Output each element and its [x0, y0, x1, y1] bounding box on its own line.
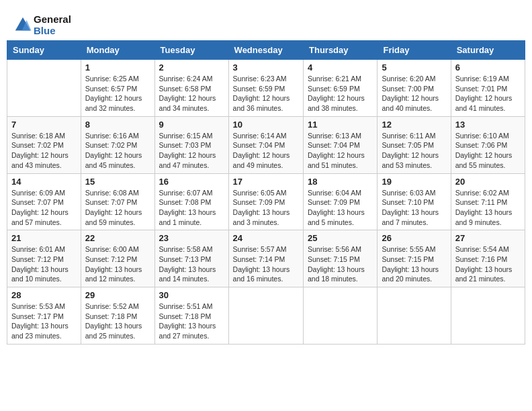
day-info: Sunrise: 6:24 AM Sunset: 6:58 PM Dayligh… [159, 74, 224, 113]
day-info: Sunrise: 6:04 AM Sunset: 7:09 PM Dayligh… [308, 188, 373, 228]
calendar-cell [378, 287, 451, 345]
day-number: 17 [233, 177, 299, 187]
calendar-week-row: 14Sunrise: 6:09 AM Sunset: 7:07 PM Dayli… [7, 173, 525, 230]
day-info: Sunrise: 6:01 AM Sunset: 7:12 PM Dayligh… [11, 244, 77, 284]
calendar-cell: 14Sunrise: 6:09 AM Sunset: 7:07 PM Dayli… [7, 173, 81, 230]
day-info: Sunrise: 6:23 AM Sunset: 6:59 PM Dayligh… [233, 74, 299, 113]
day-info: Sunrise: 6:21 AM Sunset: 6:59 PM Dayligh… [308, 74, 373, 113]
day-number: 4 [308, 62, 373, 73]
day-info: Sunrise: 6:11 AM Sunset: 7:05 PM Dayligh… [382, 131, 446, 171]
calendar-cell: 12Sunrise: 6:11 AM Sunset: 7:05 PM Dayli… [378, 116, 451, 173]
calendar-cell: 30Sunrise: 5:51 AM Sunset: 7:18 PM Dayli… [154, 287, 228, 345]
calendar-cell: 23Sunrise: 5:58 AM Sunset: 7:13 PM Dayli… [154, 230, 228, 287]
day-number: 7 [11, 120, 77, 130]
day-info: Sunrise: 6:13 AM Sunset: 7:04 PM Dayligh… [308, 131, 373, 171]
calendar-week-row: 7Sunrise: 6:18 AM Sunset: 7:02 PM Daylig… [7, 116, 525, 173]
day-number: 2 [159, 62, 224, 73]
logo-text: General Blue [34, 13, 71, 36]
calendar-cell: 15Sunrise: 6:08 AM Sunset: 7:07 PM Dayli… [81, 173, 154, 230]
day-number: 6 [455, 62, 521, 73]
day-number: 9 [159, 120, 224, 130]
calendar-week-row: 21Sunrise: 6:01 AM Sunset: 7:12 PM Dayli… [7, 230, 525, 287]
day-number: 19 [382, 177, 446, 187]
calendar-cell: 20Sunrise: 6:02 AM Sunset: 7:11 PM Dayli… [451, 173, 525, 230]
day-info: Sunrise: 6:05 AM Sunset: 7:09 PM Dayligh… [233, 188, 299, 228]
calendar-cell: 21Sunrise: 6:01 AM Sunset: 7:12 PM Dayli… [7, 230, 81, 287]
day-number: 8 [85, 120, 150, 130]
day-number: 13 [455, 120, 521, 130]
day-number: 27 [455, 233, 521, 243]
calendar-cell: 18Sunrise: 6:04 AM Sunset: 7:09 PM Dayli… [304, 173, 378, 230]
day-info: Sunrise: 5:57 AM Sunset: 7:14 PM Dayligh… [233, 244, 299, 284]
day-info: Sunrise: 6:20 AM Sunset: 7:00 PM Dayligh… [382, 74, 446, 113]
calendar-cell [304, 287, 378, 345]
day-info: Sunrise: 5:58 AM Sunset: 7:13 PM Dayligh… [159, 244, 224, 284]
day-info: Sunrise: 5:51 AM Sunset: 7:18 PM Dayligh… [159, 302, 224, 341]
calendar-cell: 6Sunrise: 6:19 AM Sunset: 7:01 PM Daylig… [451, 60, 525, 117]
calendar-cell: 8Sunrise: 6:16 AM Sunset: 7:02 PM Daylig… [81, 116, 154, 173]
calendar-cell [7, 60, 81, 117]
day-header-wednesday: Wednesday [228, 41, 303, 60]
day-info: Sunrise: 6:08 AM Sunset: 7:07 PM Dayligh… [85, 188, 150, 228]
calendar-cell: 26Sunrise: 5:55 AM Sunset: 7:15 PM Dayli… [378, 230, 451, 287]
day-info: Sunrise: 5:55 AM Sunset: 7:15 PM Dayligh… [382, 244, 446, 284]
day-number: 26 [382, 233, 446, 243]
calendar-cell: 16Sunrise: 6:07 AM Sunset: 7:08 PM Dayli… [154, 173, 228, 230]
day-info: Sunrise: 6:25 AM Sunset: 6:57 PM Dayligh… [85, 74, 150, 113]
day-info: Sunrise: 6:07 AM Sunset: 7:08 PM Dayligh… [159, 188, 224, 228]
calendar-week-row: 28Sunrise: 5:53 AM Sunset: 7:17 PM Dayli… [7, 287, 525, 345]
day-number: 15 [85, 177, 150, 187]
day-info: Sunrise: 6:14 AM Sunset: 7:04 PM Dayligh… [233, 131, 299, 171]
day-info: Sunrise: 6:19 AM Sunset: 7:01 PM Dayligh… [455, 74, 521, 113]
calendar-cell [228, 287, 303, 345]
day-header-friday: Friday [378, 41, 451, 60]
calendar-cell: 27Sunrise: 5:54 AM Sunset: 7:16 PM Dayli… [451, 230, 525, 287]
day-number: 28 [11, 290, 77, 300]
day-number: 20 [455, 177, 521, 187]
day-header-monday: Monday [81, 41, 154, 60]
day-info: Sunrise: 6:03 AM Sunset: 7:10 PM Dayligh… [382, 188, 446, 228]
day-number: 3 [233, 62, 299, 73]
calendar-cell: 5Sunrise: 6:20 AM Sunset: 7:00 PM Daylig… [378, 60, 451, 117]
calendar-cell [451, 287, 525, 345]
calendar-cell: 19Sunrise: 6:03 AM Sunset: 7:10 PM Dayli… [378, 173, 451, 230]
calendar-week-row: 1Sunrise: 6:25 AM Sunset: 6:57 PM Daylig… [7, 60, 525, 117]
calendar-cell: 29Sunrise: 5:52 AM Sunset: 7:18 PM Dayli… [81, 287, 154, 345]
day-number: 14 [11, 177, 77, 187]
day-number: 16 [159, 177, 224, 187]
calendar-cell: 1Sunrise: 6:25 AM Sunset: 6:57 PM Daylig… [81, 60, 154, 117]
day-info: Sunrise: 5:54 AM Sunset: 7:16 PM Dayligh… [455, 244, 521, 284]
day-info: Sunrise: 6:00 AM Sunset: 7:12 PM Dayligh… [85, 244, 150, 284]
day-number: 23 [159, 233, 224, 243]
day-number: 1 [85, 62, 150, 73]
day-number: 30 [159, 290, 224, 300]
day-info: Sunrise: 6:02 AM Sunset: 7:11 PM Dayligh… [455, 188, 521, 228]
day-header-thursday: Thursday [304, 41, 378, 60]
day-number: 24 [233, 233, 299, 243]
day-header-tuesday: Tuesday [154, 41, 228, 60]
calendar-cell: 7Sunrise: 6:18 AM Sunset: 7:02 PM Daylig… [7, 116, 81, 173]
calendar-cell: 13Sunrise: 6:10 AM Sunset: 7:06 PM Dayli… [451, 116, 525, 173]
day-number: 11 [308, 120, 373, 130]
day-number: 21 [11, 233, 77, 243]
calendar-cell: 2Sunrise: 6:24 AM Sunset: 6:58 PM Daylig… [154, 60, 228, 117]
logo-icon [13, 15, 32, 34]
day-number: 10 [233, 120, 299, 130]
day-info: Sunrise: 6:15 AM Sunset: 7:03 PM Dayligh… [159, 131, 224, 171]
calendar-cell: 9Sunrise: 6:15 AM Sunset: 7:03 PM Daylig… [154, 116, 228, 173]
day-number: 22 [85, 233, 150, 243]
day-header-sunday: Sunday [7, 41, 81, 60]
page-header: General Blue [7, 7, 525, 40]
calendar-cell: 28Sunrise: 5:53 AM Sunset: 7:17 PM Dayli… [7, 287, 81, 345]
calendar-cell: 24Sunrise: 5:57 AM Sunset: 7:14 PM Dayli… [228, 230, 303, 287]
day-number: 29 [85, 290, 150, 300]
day-info: Sunrise: 6:09 AM Sunset: 7:07 PM Dayligh… [11, 188, 77, 228]
day-header-saturday: Saturday [451, 41, 525, 60]
day-info: Sunrise: 5:52 AM Sunset: 7:18 PM Dayligh… [85, 302, 150, 341]
header-row: SundayMondayTuesdayWednesdayThursdayFrid… [7, 41, 525, 60]
calendar-cell: 25Sunrise: 5:56 AM Sunset: 7:15 PM Dayli… [304, 230, 378, 287]
logo: General Blue [13, 13, 71, 36]
calendar-cell: 3Sunrise: 6:23 AM Sunset: 6:59 PM Daylig… [228, 60, 303, 117]
day-info: Sunrise: 5:56 AM Sunset: 7:15 PM Dayligh… [308, 244, 373, 284]
day-number: 5 [382, 62, 446, 73]
